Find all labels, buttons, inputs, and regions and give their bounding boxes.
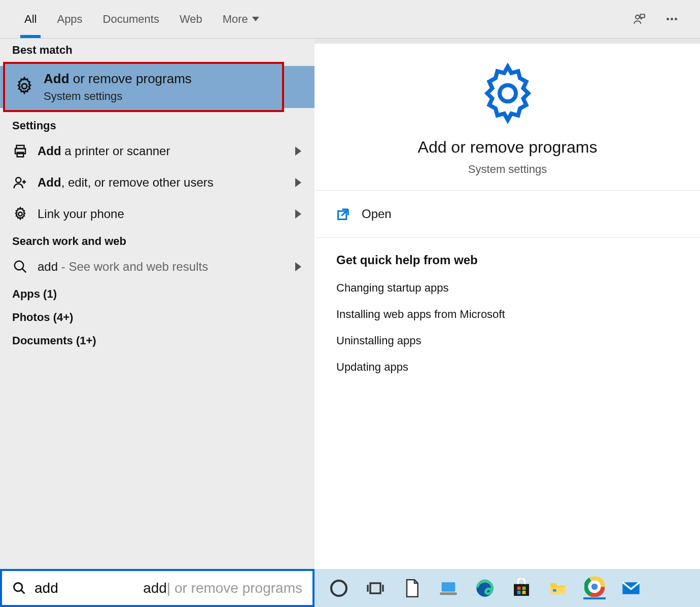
settings-result-link-phone[interactable]: Link your phone [0,198,314,230]
chevron-right-icon [295,178,301,187]
chrome-icon [584,577,605,597]
preview-subtitle: System settings [468,163,547,176]
svg-rect-18 [517,586,521,590]
svg-point-12 [331,581,346,596]
taskbar-app-chrome[interactable] [583,577,606,599]
web-result-label: add - See work and web results [38,260,208,274]
chevron-right-icon [295,209,301,219]
chevron-down-icon [252,17,259,21]
results-panel: Best match Add or remove programs System… [0,39,314,569]
svg-point-6 [16,177,21,183]
gear-icon [477,63,538,126]
svg-rect-13 [370,583,380,593]
help-link[interactable]: Uninstalling apps [336,334,679,347]
gear-icon [12,206,28,222]
tab-more[interactable]: More [213,0,269,38]
user-plus-icon [12,175,28,190]
feedback-button[interactable] [629,9,649,29]
svg-point-7 [18,212,22,216]
more-dots-icon [667,18,677,20]
settings-result-label: Add, edit, or remove other users [38,175,214,190]
taskbar: add| or remove programs [0,569,700,607]
section-search-web: Search work and web [0,230,314,251]
open-external-icon [336,207,351,221]
taskbar-search[interactable]: add| or remove programs [0,569,314,607]
gear-icon [14,76,34,98]
svg-rect-14 [442,582,456,591]
feedback-person-icon [633,13,646,26]
settings-result-label: Add a printer or scanner [38,144,170,158]
taskbar-app-mail[interactable] [620,577,642,599]
svg-point-2 [22,84,27,89]
quick-help-header: Get quick help from web [336,253,679,267]
svg-rect-17 [514,584,529,595]
tab-more-label: More [223,13,248,26]
tab-documents[interactable]: Documents [93,0,169,38]
taskbar-app-explorer[interactable] [547,577,569,599]
best-match-result[interactable]: Add or remove programs System settings [4,63,283,111]
best-match-subtitle: System settings [44,90,192,103]
svg-rect-15 [440,592,457,595]
search-icon [12,581,26,595]
open-action[interactable]: Open [315,191,700,238]
help-link[interactable]: Updating apps [336,361,679,374]
document-icon [402,578,422,598]
folder-icon [548,578,568,598]
taskbar-app-store[interactable] [510,577,533,599]
tab-all[interactable]: All [14,0,47,38]
chevron-right-icon [295,262,301,271]
chevron-right-icon [295,147,301,156]
taskbar-cortana[interactable] [328,577,350,599]
tab-apps[interactable]: Apps [47,0,92,38]
svg-point-9 [500,85,516,101]
cortana-icon [329,578,349,598]
tab-all-label: All [24,13,37,26]
taskbar-app-edge[interactable] [474,577,496,599]
svg-point-11 [14,583,22,591]
settings-result-label: Link your phone [38,207,124,221]
section-photos-count[interactable]: Photos (4+) [0,306,314,329]
svg-rect-22 [550,587,566,594]
open-label: Open [362,207,392,221]
settings-result-add-printer[interactable]: Add a printer or scanner [0,135,314,167]
svg-rect-1 [640,14,645,18]
svg-rect-19 [522,586,526,590]
taskbar-app-document[interactable] [401,577,423,599]
tab-documents-label: Documents [103,13,159,26]
search-icon [12,259,28,274]
section-best-match: Best match [0,39,314,60]
web-result-add[interactable]: add - See work and web results [0,251,314,282]
laptop-icon [438,578,459,598]
settings-result-add-users[interactable]: Add, edit, or remove other users [0,167,314,198]
taskbar-taskview[interactable] [364,577,387,599]
more-options-button[interactable] [661,9,682,29]
svg-rect-23 [553,589,556,591]
help-link[interactable]: Installing web apps from Microsoft [336,308,679,321]
svg-point-8 [15,261,24,270]
svg-rect-20 [517,591,521,594]
svg-point-0 [636,15,640,19]
section-documents-count[interactable]: Documents (1+) [0,329,314,352]
preview-title: Add or remove programs [418,138,598,157]
tab-web[interactable]: Web [169,0,213,38]
edge-icon [475,578,495,598]
help-link[interactable]: Changing startup apps [336,281,679,295]
svg-rect-21 [522,591,526,594]
taskbar-app-laptop[interactable] [437,577,460,599]
mail-icon [621,578,641,598]
printer-icon [12,144,28,159]
section-settings: Settings [0,114,314,135]
taskview-icon [365,578,386,598]
tab-apps-label: Apps [57,13,82,26]
search-filter-tabs: All Apps Documents Web More [0,0,700,39]
preview-panel: Add or remove programs System settings O… [314,44,700,569]
store-icon [511,578,532,598]
section-apps-count[interactable]: Apps (1) [0,282,314,306]
best-match-title: Add or remove programs [44,71,192,87]
tab-web-label: Web [180,13,202,26]
